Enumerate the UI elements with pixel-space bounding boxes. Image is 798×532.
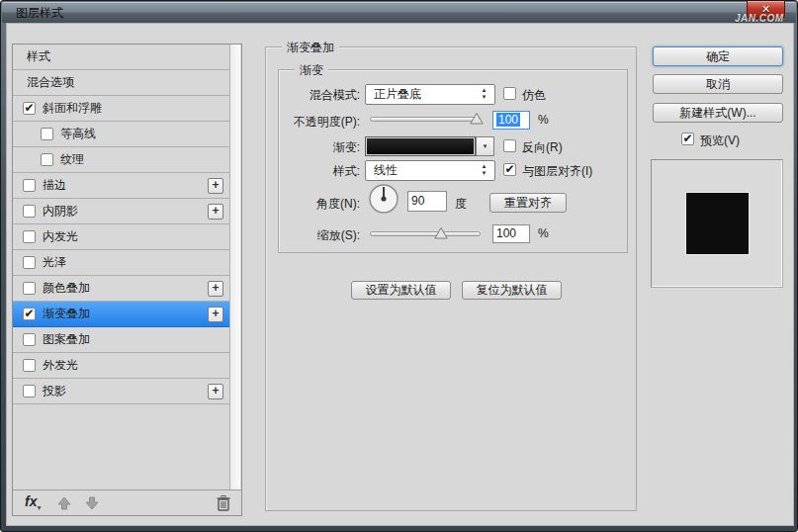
fx-caret-icon: ▾ [37,503,41,512]
style-item-label: 内发光 [43,224,78,249]
title-bar[interactable]: 图层样式 [2,2,796,23]
scale-input[interactable]: 100 [492,224,530,243]
style-list-item-0[interactable]: 样式 [13,44,229,70]
fx-menu-button[interactable]: fx▾ [25,493,41,512]
blend-mode-select[interactable]: 正片叠底 ▲▼ [365,84,495,105]
style-item-label: 图案叠加 [43,327,90,352]
page-title: 图层样式 [16,5,63,22]
style-item-label: 描边 [43,173,66,198]
style-select[interactable]: 线性 ▲▼ [365,160,495,181]
opacity-input[interactable]: 100 [492,111,530,130]
style-list-item-10[interactable]: ✔ 渐变叠加 + [13,302,229,327]
style-label: 样式: [267,163,360,180]
opacity-unit: % [538,113,549,127]
delete-style-button[interactable] [216,494,231,511]
align-layer-checkbox[interactable]: ✔ [503,163,516,176]
gradient-group: 渐变 混合模式: 正片叠底 ▲▼ 仿色 不透明度(P): 100 % 渐变 [278,69,628,253]
style-checkbox[interactable] [23,282,36,295]
scale-unit: % [538,226,549,240]
style-list-item-4[interactable]: 纹理 [13,147,229,173]
style-item-label: 渐变叠加 [43,302,90,326]
move-up-button[interactable] [56,495,72,511]
style-list-item-1[interactable]: 混合选项 [13,70,229,96]
style-list-item-6[interactable]: 内阴影 + [13,199,229,224]
reset-align-button[interactable]: 重置对齐 [489,193,567,213]
gradient-overlay-panel: 渐变叠加 渐变 混合模式: 正片叠底 ▲▼ 仿色 不透明度(P): 100 % [265,46,637,511]
angle-input[interactable]: 90 [407,191,447,212]
preview-checkbox[interactable]: ✔ [681,133,694,145]
set-default-button[interactable]: 设置为默认值 [351,281,451,300]
window: 图层样式 ✕ JAN.COM 样式 混合选项 ✔ 斜面和浮雕 等高线 [0,0,798,532]
dither-label: 仿色 [522,87,546,104]
ok-button[interactable]: 确定 [653,46,783,66]
close-button[interactable]: ✕ [747,1,785,19]
style-list-item-2[interactable]: ✔ 斜面和浮雕 [13,96,229,122]
add-effect-button[interactable]: + [208,384,223,399]
style-item-label: 投影 [43,379,66,403]
style-list: 样式 混合选项 ✔ 斜面和浮雕 等高线 纹理 描边 + [13,44,229,489]
reverse-checkbox[interactable] [503,139,516,152]
gradient-picker-button[interactable]: ▼ [476,136,494,156]
style-item-label: 光泽 [43,250,66,275]
style-list-scrollbar[interactable] [229,44,240,489]
align-layer-label: 与图层对齐(I) [522,163,592,180]
cancel-button[interactable]: 取消 [653,74,783,94]
style-list-item-5[interactable]: 描边 + [13,173,229,199]
style-checkbox[interactable] [23,359,36,372]
opacity-slider[interactable] [370,117,481,122]
style-checkbox[interactable] [23,179,36,192]
preview-thumbnail [686,193,749,254]
down-arrow-icon [84,495,100,511]
dialog-body: 样式 混合选项 ✔ 斜面和浮雕 等高线 纹理 描边 + [6,23,794,526]
style-checkbox[interactable] [23,333,36,346]
move-down-button[interactable] [84,495,100,511]
style-checkbox[interactable] [41,153,53,166]
style-list-item-9[interactable]: 颜色叠加 + [13,276,229,302]
style-checkbox[interactable] [23,385,36,398]
style-checkbox[interactable] [41,128,53,140]
blend-mode-value: 正片叠底 [374,87,421,101]
group-title: 渐变 [295,62,328,79]
dropdown-arrow-icon: ▼ [483,143,488,149]
reset-default-button[interactable]: 复位为默认值 [462,281,562,300]
style-checkbox[interactable] [23,256,36,269]
angle-unit: 度 [455,196,467,213]
style-item-label: 混合选项 [27,70,74,95]
preview-label: 预览(V) [700,133,740,149]
add-effect-button[interactable]: + [208,281,223,297]
scale-slider-thumb[interactable] [434,227,448,239]
gradient-swatch[interactable] [365,136,476,156]
gradient-label: 渐变: [267,139,360,156]
style-checkbox[interactable]: ✔ [23,308,36,320]
dither-checkbox[interactable] [503,87,516,100]
style-item-label: 样式 [27,44,50,69]
style-checkbox[interactable]: ✔ [23,102,36,115]
style-item-label: 内阴影 [43,199,78,223]
reverse-label: 反向(R) [522,139,563,156]
style-checkbox[interactable] [23,230,36,243]
style-list-item-11[interactable]: 图案叠加 [13,327,229,353]
style-item-label: 斜面和浮雕 [43,96,102,121]
preview-panel [651,159,783,288]
style-list-item-12[interactable]: 外发光 [13,353,229,379]
style-value: 线性 [374,163,398,177]
new-style-button[interactable]: 新建样式(W)... [653,103,783,123]
add-effect-button[interactable]: + [208,178,223,194]
scale-slider[interactable] [370,231,481,236]
style-item-label: 纹理 [60,147,84,172]
angle-dial[interactable] [368,183,399,218]
angle-dial-icon [368,183,399,215]
add-effect-button[interactable]: + [208,307,223,322]
style-list-item-13[interactable]: 投影 + [13,379,229,404]
style-checkbox[interactable] [23,205,36,218]
style-list-panel: 样式 混合选项 ✔ 斜面和浮雕 等高线 纹理 描边 + [12,44,242,516]
opacity-slider-thumb[interactable] [470,113,484,125]
style-list-item-8[interactable]: 光泽 [13,250,229,276]
style-list-item-7[interactable]: 内发光 [13,224,229,250]
stepper-icon: ▲▼ [480,87,488,101]
style-list-item-3[interactable]: 等高线 [13,122,229,147]
style-item-label: 等高线 [60,122,96,146]
panel-title: 渐变叠加 [282,40,339,56]
add-effect-button[interactable]: + [208,204,223,220]
style-item-label: 外发光 [43,353,78,378]
